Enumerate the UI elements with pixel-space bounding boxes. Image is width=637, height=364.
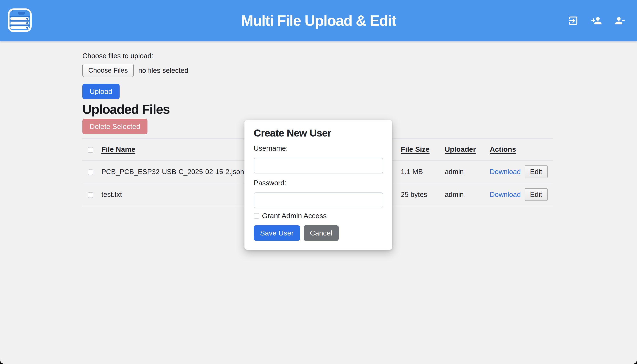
column-header-uploader[interactable]: Uploader <box>445 145 476 153</box>
uploader-cell: admin <box>445 183 490 206</box>
grant-admin-row: Grant Admin Access <box>254 212 383 220</box>
username-label: Username: <box>254 144 383 152</box>
column-header-file-size[interactable]: File Size <box>401 145 430 153</box>
logout-icon[interactable] <box>568 15 579 26</box>
file-input: Choose Files no files selected <box>82 64 553 77</box>
grant-admin-label: Grant Admin Access <box>262 212 327 220</box>
file-size-cell: 1.1 MB <box>401 160 445 183</box>
edit-button[interactable]: Edit <box>525 188 548 201</box>
download-link[interactable]: Download <box>490 168 521 176</box>
app-header: Multi File Upload & Edit <box>0 0 637 41</box>
create-user-modal: Create New User Username: Password: Gran… <box>245 120 392 250</box>
download-link[interactable]: Download <box>490 190 521 198</box>
password-field[interactable] <box>254 192 383 208</box>
save-user-button[interactable]: Save User <box>254 225 300 241</box>
uploaded-files-heading: Uploaded Files <box>82 102 553 117</box>
column-header-actions[interactable]: Actions <box>490 145 516 153</box>
password-label: Password: <box>254 179 383 187</box>
add-user-icon[interactable] <box>591 15 602 26</box>
uploader-cell: admin <box>445 160 490 183</box>
username-field[interactable] <box>254 158 383 174</box>
header-actions <box>568 0 625 41</box>
app-window: Multi File Upload & Edit Choose files to… <box>0 0 637 364</box>
grant-admin-checkbox[interactable] <box>254 213 259 218</box>
file-input-status: no files selected <box>138 66 188 74</box>
modal-buttons: Save User Cancel <box>254 225 383 241</box>
page-title: Multi File Upload & Edit <box>0 0 637 41</box>
edit-button[interactable]: Edit <box>525 166 548 178</box>
choose-files-label: Choose files to upload: <box>82 52 553 60</box>
file-size-cell: 25 bytes <box>401 183 445 206</box>
delete-selected-button[interactable]: Delete Selected <box>82 119 147 134</box>
cancel-button[interactable]: Cancel <box>304 225 339 241</box>
select-all-checkbox[interactable] <box>88 147 93 153</box>
modal-title: Create New User <box>254 127 383 139</box>
choose-files-button[interactable]: Choose Files <box>82 64 134 77</box>
row-checkbox[interactable] <box>88 192 93 198</box>
upload-button[interactable]: Upload <box>82 84 120 99</box>
row-checkbox[interactable] <box>88 170 93 175</box>
column-header-file-name[interactable]: File Name <box>101 145 135 153</box>
remove-user-icon[interactable] <box>614 15 625 26</box>
